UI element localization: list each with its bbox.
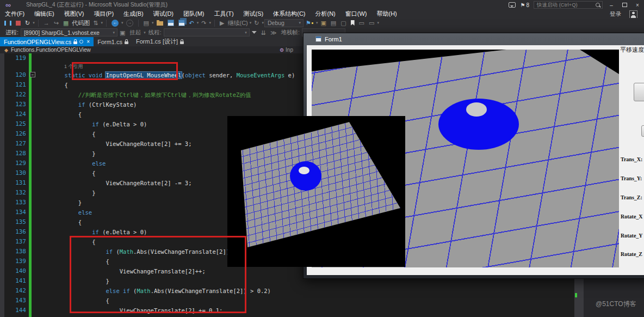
menu-item[interactable]: 工具(T) [209,10,239,18]
menu-item[interactable]: 团队(M) [178,10,209,18]
continue-play-icon[interactable]: ▶ [220,20,224,26]
code-text[interactable]: { [32,80,68,90]
line-number[interactable]: 131 [0,178,29,188]
tab-functionopenglview[interactable]: FunctionOPENGLView.cs × [0,37,94,46]
notifications-flag[interactable]: ⚑8 [520,2,529,8]
code-text[interactable]: } [32,198,82,208]
pin-icon[interactable] [79,40,83,44]
line-number[interactable]: 133 [0,198,29,208]
line-number[interactable]: 128 [0,149,29,158]
line-number[interactable]: 135 [0,217,29,227]
save-all-button[interactable] [178,20,185,26]
menu-item[interactable]: 分析(N) [311,10,340,18]
sync-icon[interactable]: ⇅ [93,20,98,26]
code-text[interactable]: } [32,188,95,198]
code-text[interactable]: ViewChangeRotate[2] += 3; [32,139,191,149]
new-breakpoint-icon[interactable]: ⚑ [306,20,313,26]
code-text[interactable]: if (CtrlKeyState) [32,100,137,109]
thread-dropdown[interactable]: ▾ [164,28,250,36]
line-number[interactable]: 122 [0,90,29,100]
debug-target-dropdown[interactable]: Debug▾ [264,19,304,27]
close-tab-icon[interactable]: × [86,39,90,45]
collapse-region-icon[interactable]: − [30,72,35,77]
suspend-threads-icon[interactable]: ≫ [270,29,277,36]
navigate-backward-button[interactable]: ← [112,20,119,27]
line-number[interactable]: 141 [0,276,29,286]
continue-label[interactable]: 继续(C) [227,19,247,27]
navigate-forward-button[interactable]: → [126,20,133,27]
filter-icon[interactable] [252,31,257,34]
thread-icon[interactable]: ▣ [120,29,125,36]
suspend-label[interactable]: 挂起 [129,29,141,36]
line-number[interactable]: 138 [0,247,29,257]
step-icons[interactable]: ↪ [54,20,59,26]
code-text[interactable]: { [32,217,82,227]
member-dropdown[interactable]: ⚙ Inp [280,46,293,53]
line-number[interactable]: 123 [0,100,29,109]
flag-threads-icon[interactable]: ⇊ [261,29,266,36]
line-number[interactable]: 143 [0,296,29,306]
menu-item[interactable]: 调试(D) [148,10,178,18]
line-number[interactable]: 124 [0,109,29,119]
bookmark-prev-icon[interactable]: ▭ [359,20,364,26]
windows-icon[interactable]: ▢ [340,20,346,26]
menu-item[interactable]: 视图(V) [59,10,89,18]
quick-launch-input[interactable]: 快速启动 (Ctrl+Q) [534,1,603,9]
line-number[interactable]: 121 [0,80,29,90]
line-number[interactable]: 126 [0,129,29,139]
panel-button-2[interactable] [641,125,644,137]
code-text[interactable]: else [32,208,92,217]
code-text[interactable]: } [32,149,95,158]
line-number[interactable]: 137 [0,237,29,247]
tab-form1-design[interactable]: Form1.cs [设计] [132,37,188,46]
code-text[interactable] [32,53,37,63]
code-text[interactable]: { [32,129,95,139]
menu-item[interactable]: 项目(P) [89,10,119,18]
line-number[interactable]: 127 [0,139,29,149]
line-number[interactable]: 140 [0,266,29,276]
new-file-button[interactable]: ▤ [144,20,149,26]
process-dropdown[interactable]: [8900] SharpGL_1.vshost.exe▾ [21,28,117,36]
bookmark-next-icon[interactable]: ▭ [369,20,374,26]
bookmark-icon[interactable] [351,20,355,26]
code-map-label[interactable]: 代码图 [72,19,90,27]
stop-debug-button[interactable] [16,21,21,26]
undo-button[interactable]: ↶ [189,20,194,26]
menu-item[interactable]: 文件(F) [0,10,29,18]
code-text[interactable]: { [32,168,95,178]
import-breakpoints-icon[interactable]: ▣ [320,20,326,26]
show-next-statement-icon[interactable]: → [44,20,49,26]
redo-button[interactable]: ↷ [201,20,206,26]
menu-item[interactable]: 帮助(H) [372,10,402,18]
line-number[interactable]: 139 [0,257,29,266]
code-text[interactable]: { [32,109,82,119]
line-number[interactable]: 144 [0,306,29,315]
line-number[interactable]: 130 [0,168,29,178]
type-dropdown[interactable]: Functions.FunctionOPENGLView [11,47,91,53]
restore-button[interactable] [620,2,629,8]
line-number[interactable]: 132 [0,188,29,198]
minimize-button[interactable]: – [607,2,616,8]
form1-titlebar[interactable]: Form1 [304,33,644,45]
save-button[interactable] [168,20,174,26]
code-text[interactable]: ViewChangeRotate[2] -= 3; [32,178,191,188]
panel-button-1[interactable] [634,83,644,101]
menu-item[interactable]: 测试(S) [239,10,269,18]
restart-button[interactable]: ↻ [25,20,30,26]
line-number[interactable]: 134 [0,208,29,217]
tab-form1-cs[interactable]: Form1.cs [94,37,132,46]
line-number[interactable]: 136 [0,227,29,237]
code-text[interactable]: if (e.Delta > 0) [32,119,147,129]
code-map-icon[interactable]: ▦ [63,20,69,26]
line-number[interactable]: 129 [0,158,29,168]
code-text[interactable]: else [32,158,106,168]
restart-debug-icon[interactable]: ↻ [254,20,259,26]
menu-item[interactable]: 生成(B) [119,10,148,18]
pause-button[interactable] [4,21,11,26]
export-breakpoints-icon[interactable]: ▤ [331,20,336,26]
close-button[interactable]: × [633,2,642,8]
line-number[interactable]: 125 [0,119,29,129]
code-text[interactable]: //判断是否按下Ctrl键，如果按下Ctrl键，则为修改RotateZ的值 [32,90,251,100]
line-number[interactable]: 142 [0,286,29,296]
menu-item[interactable]: 编辑(E) [29,10,59,18]
